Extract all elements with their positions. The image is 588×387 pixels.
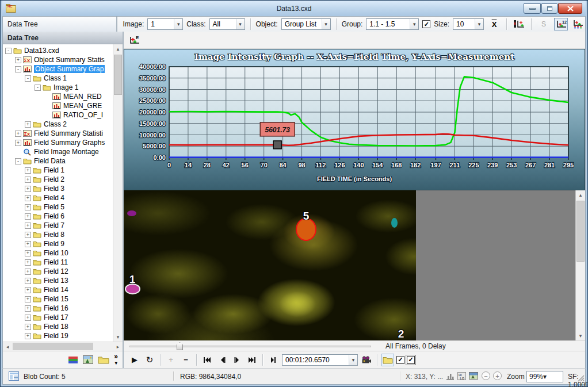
tree-item-field-12[interactable]: +Field 12 [3, 267, 123, 276]
tree-item-field-1[interactable]: +Field 1 [3, 166, 123, 175]
tree-toggle-icon[interactable]: - [5, 48, 12, 54]
tree-item-field-5[interactable]: +Field 5 [3, 202, 123, 212]
tree-toggle-icon[interactable]: + [25, 186, 31, 192]
tree-toggle-icon[interactable]: + [25, 223, 31, 229]
s-button[interactable]: S [537, 18, 551, 30]
chevron-down-icon[interactable]: ▾ [410, 19, 418, 29]
previous-frame-button[interactable] [216, 354, 228, 366]
increase-speed-button[interactable]: + [165, 354, 177, 366]
tree-toggle-icon[interactable]: + [25, 232, 31, 238]
export-graph-button[interactable]: E [127, 34, 141, 47]
tree-toggle-icon[interactable]: + [25, 177, 31, 183]
tree-vertical-scrollbar[interactable]: ▴▾ [113, 44, 123, 342]
scroll-thumb[interactable] [114, 55, 122, 95]
tree-item-ratio-of-i[interactable]: RATIO_OF_I [3, 110, 123, 120]
scroll-up-icon[interactable]: ▴ [576, 190, 585, 200]
tree-item-object-summary-grap[interactable]: -Object Summary Grap [3, 64, 123, 74]
tree-item-field-11[interactable]: +Field 11 [3, 258, 123, 267]
blob-small-teal[interactable] [391, 218, 398, 228]
tree-item-field-17[interactable]: +Field 17 [3, 313, 123, 322]
resize-grip[interactable] [577, 374, 585, 384]
size-combobox[interactable]: 10 ▾ [453, 18, 484, 30]
zoom-in-button[interactable]: + [493, 371, 502, 380]
restore-button[interactable] [541, 3, 558, 14]
scroll-thumb[interactable] [13, 343, 93, 350]
tree-item-field-image-montage[interactable]: Field Image Montage [3, 147, 123, 156]
next-frame-button[interactable] [231, 354, 243, 366]
tree-item-field-19[interactable]: +Field 19 [3, 331, 123, 340]
graph-12-button[interactable]: 12 [554, 18, 568, 30]
tree-toggle-icon[interactable]: + [25, 195, 31, 201]
levels-icon[interactable]: HILO [457, 372, 466, 382]
chevron-down-icon[interactable]: ▾ [349, 355, 357, 365]
image-adjust-icon[interactable] [469, 372, 478, 381]
scroll-down-icon[interactable]: ▾ [576, 331, 585, 340]
tree-toggle-icon[interactable]: + [25, 333, 31, 339]
chevron-down-icon[interactable]: ▾ [475, 19, 483, 29]
tree-item-field-10[interactable]: +Field 10 [3, 248, 123, 258]
tree-item-field-4[interactable]: +Field 4 [3, 193, 123, 202]
tree-toggle-icon[interactable]: + [25, 213, 31, 220]
scroll-right-icon[interactable]: ▸ [113, 342, 123, 351]
decrease-speed-button[interactable]: − [180, 354, 192, 366]
tree-item-field-6[interactable]: +Field 6 [3, 212, 123, 221]
tree-toggle-icon[interactable]: - [25, 75, 31, 82]
tree-item-field-13[interactable]: +Field 13 [3, 276, 123, 285]
tree-item-field-9[interactable]: +Field 9 [3, 239, 123, 248]
object-combobox[interactable]: Group List ▾ [281, 18, 331, 30]
rgb-channels-icon[interactable] [68, 356, 78, 364]
tree-item-mean-red[interactable]: MEAN_RED [3, 92, 123, 101]
tree-item-data13-cxd[interactable]: -Data13.cxd [3, 46, 123, 55]
open-folder-button[interactable] [381, 354, 394, 366]
close-button[interactable] [558, 3, 582, 14]
tree-toggle-icon[interactable]: + [25, 296, 31, 302]
tree-item-class-1[interactable]: -Class 1 [3, 74, 123, 83]
tree-item-field-summary-statisti[interactable]: +ΣxField Summary Statisti [3, 129, 123, 138]
tree-item-class-2[interactable]: +Class 2 [3, 120, 123, 129]
annotation-checkbox[interactable]: ✓ [407, 356, 415, 364]
last-frame-button[interactable] [246, 354, 258, 366]
tree-toggle-icon[interactable]: + [25, 287, 31, 293]
tree-item-field-3[interactable]: +Field 3 [3, 184, 123, 193]
tree-toggle-icon[interactable]: + [15, 57, 21, 63]
tree-toggle-icon[interactable]: + [25, 204, 31, 210]
mean-button[interactable]: X [487, 18, 501, 30]
tree-toggle-icon[interactable]: + [15, 140, 21, 146]
tree-item-field-2[interactable]: +Field 2 [3, 175, 123, 184]
tree-toggle-icon[interactable]: - [15, 66, 21, 72]
chevron-more-icon[interactable]: » ▾ [114, 354, 118, 366]
tree-toggle-icon[interactable]: + [25, 278, 31, 284]
group-combobox[interactable]: 1.1 - 1.5 ▾ [366, 18, 419, 30]
size-checkbox[interactable]: ✓ [422, 20, 430, 28]
folder-icon[interactable] [98, 355, 109, 364]
tree-item-field-14[interactable]: +Field 14 [3, 285, 123, 294]
scroll-thumb[interactable] [576, 201, 585, 262]
tree-toggle-icon[interactable]: + [25, 241, 31, 247]
tree-toggle-icon[interactable]: + [25, 259, 31, 266]
tree-toggle-icon[interactable]: + [25, 250, 31, 256]
image-combobox[interactable]: 1 ▾ [147, 18, 183, 30]
chart-marker[interactable] [273, 141, 281, 149]
overlay-checkbox[interactable]: ✓ [396, 356, 404, 364]
capture-movie-button[interactable] [360, 354, 373, 366]
tree-toggle-icon[interactable]: + [25, 315, 31, 321]
first-frame-button[interactable] [201, 354, 213, 366]
tree-toggle-icon[interactable]: + [15, 131, 21, 137]
goto-frame-button[interactable] [267, 354, 280, 366]
timestamp-combobox[interactable]: 00:01:20.6570 ▾ [282, 354, 358, 366]
chevron-down-icon[interactable]: ▾ [322, 19, 330, 29]
zoom-combobox[interactable]: 99% ▾ [526, 371, 563, 382]
graph-series-button[interactable] [571, 18, 585, 30]
scroll-down-icon[interactable]: ▾ [113, 332, 123, 342]
frame-slider-thumb[interactable] [177, 342, 183, 350]
chevron-down-icon[interactable]: ▾ [236, 19, 245, 29]
loop-button[interactable]: ↻ [143, 354, 156, 366]
tree-item-field-data[interactable]: -Field Data [3, 156, 123, 166]
blob-small-purple[interactable] [127, 210, 136, 216]
frame-slider-track[interactable] [129, 346, 371, 347]
tree-item-field-7[interactable]: +Field 7 [3, 221, 123, 230]
chevron-down-icon[interactable]: ▾ [543, 373, 547, 381]
tree-horizontal-scrollbar[interactable]: ◂ ▸ [3, 342, 123, 351]
play-button[interactable]: ▶ [128, 354, 141, 366]
intensity-profile-button[interactable] [512, 18, 526, 30]
